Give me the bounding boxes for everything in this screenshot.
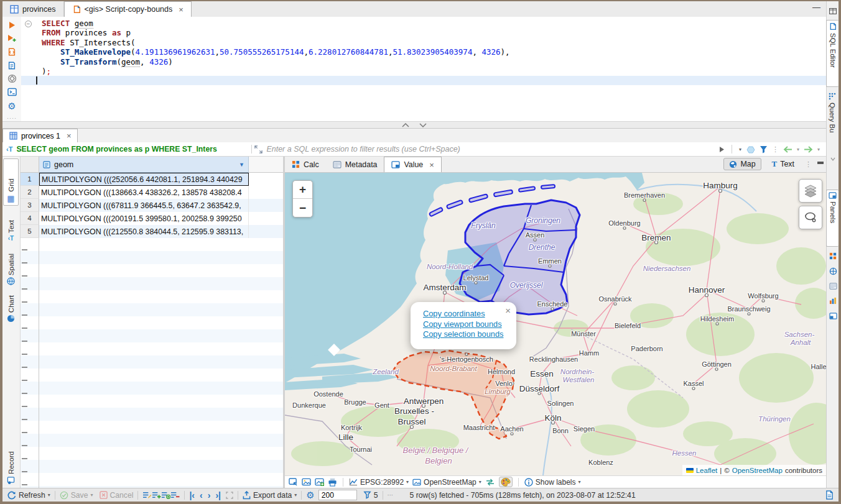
panel-dots-icon[interactable]: ⋮ xyxy=(805,160,812,168)
custom-filter-icon[interactable]: ‹T xyxy=(6,145,12,153)
zoom-in-button[interactable]: + xyxy=(293,181,312,199)
tab-record-view[interactable]: Record xyxy=(3,442,19,486)
tab-chart-view[interactable]: Chart xyxy=(3,290,19,324)
row-number[interactable]: 2 xyxy=(21,186,39,199)
leaflet-link[interactable]: Leaflet xyxy=(696,467,718,474)
expand-filter-icon[interactable] xyxy=(254,145,263,153)
tab-text-view[interactable]: Text ‹T xyxy=(3,208,19,244)
row-number[interactable]: 5 xyxy=(21,225,39,238)
filter-history-chevron-icon[interactable]: ▾ xyxy=(739,147,741,152)
panel-chevron-icon[interactable] xyxy=(828,154,838,164)
erase-filter-icon[interactable] xyxy=(746,145,755,153)
row-number[interactable]: 3 xyxy=(21,199,39,212)
tab-provinces-1[interactable]: provinces 1 × xyxy=(2,129,78,142)
delete-row-icon[interactable] xyxy=(170,491,180,499)
print-icon[interactable] xyxy=(328,478,337,487)
ai-assistant-icon[interactable] xyxy=(7,74,17,84)
popup-link[interactable]: Copy selection bounds xyxy=(423,329,503,340)
geom-column-header[interactable]: geom ▼ xyxy=(39,157,249,173)
lasso-select-control[interactable] xyxy=(799,206,822,229)
focus-row-icon[interactable] xyxy=(226,492,233,499)
execute-statement-icon[interactable] xyxy=(7,21,17,30)
edit-value-icon[interactable] xyxy=(142,491,152,499)
export-data-button[interactable]: Export data ▾ xyxy=(243,491,297,500)
geom-cell[interactable]: MULTIPOLYGON (((67811.9 366445.5, 63647.… xyxy=(39,199,249,212)
editor-results-splitter[interactable] xyxy=(2,121,826,129)
split-editor-icon[interactable] xyxy=(828,6,838,16)
collapse-up-icon[interactable] xyxy=(399,122,412,127)
fetch-segment-icon[interactable] xyxy=(363,491,371,499)
next-row-icon[interactable]: › xyxy=(208,492,211,499)
save-button[interactable]: Save ▾ xyxy=(60,491,93,500)
more-options-dots-icon[interactable]: ⋮ xyxy=(772,145,779,153)
close-icon[interactable]: × xyxy=(429,160,434,170)
leaflet-map[interactable]: HamburgBremerhavenOldenburgBremenNieders… xyxy=(285,173,826,475)
refresh-button[interactable]: Refresh ▾ xyxy=(7,491,50,500)
console-icon[interactable] xyxy=(7,88,17,98)
chart-panel-icon[interactable] xyxy=(828,296,838,306)
table-row[interactable]: 1 MULTIPOLYGON (((252056.6 442081.1, 251… xyxy=(21,173,283,186)
spatial-panel-icon[interactable] xyxy=(828,266,838,276)
history-forward-icon[interactable] xyxy=(804,146,813,153)
execute-new-tab-icon[interactable] xyxy=(7,34,17,44)
geom-cell[interactable]: MULTIPOLYGON (((200191.5 399580.1, 20025… xyxy=(39,212,249,225)
metadata-panel-icon[interactable] xyxy=(828,281,838,291)
apply-filter-icon[interactable] xyxy=(719,146,725,153)
fetch-settings-gear-icon[interactable]: ⚙ xyxy=(306,490,314,501)
table-row[interactable]: 4 MULTIPOLYGON (((200191.5 399580.1, 200… xyxy=(21,212,283,225)
calc-panel-icon[interactable] xyxy=(828,251,838,261)
add-row-icon[interactable] xyxy=(152,491,161,499)
tab-query-builder-panel[interactable]: Query Bu xyxy=(826,91,839,148)
collapse-down-icon[interactable] xyxy=(416,122,430,127)
text-view-button[interactable]: T Text xyxy=(767,158,799,170)
fetch-size-input[interactable] xyxy=(318,490,357,500)
show-labels-selector[interactable]: Show labels ▾ xyxy=(524,478,581,487)
filter-input[interactable]: Enter a SQL expression to filter results… xyxy=(266,145,719,153)
table-row[interactable]: 2 MULTIPOLYGON (((138663.4 438326.2, 138… xyxy=(21,186,283,199)
duplicate-row-icon[interactable] xyxy=(161,491,170,499)
code-fold-marker[interactable]: − xyxy=(25,21,32,27)
tab-gis-script[interactable]: <gis> Script-copy-bounds × xyxy=(64,1,192,17)
row-number-header[interactable] xyxy=(21,157,39,173)
value-panel-icon[interactable] xyxy=(828,311,838,321)
execute-script-icon[interactable] xyxy=(7,47,17,57)
crs-selector[interactable]: EPSG:28992 ▾ xyxy=(349,478,409,487)
minimize-panel-icon[interactable] xyxy=(817,162,824,167)
sort-descending-icon[interactable]: ▼ xyxy=(239,162,244,168)
explain-plan-icon[interactable] xyxy=(7,61,17,71)
tab-grid-view[interactable]: Grid ▦ xyxy=(3,158,19,206)
basemap-selector[interactable]: OpenStreetMap ▾ xyxy=(412,478,481,487)
table-row[interactable]: 3 MULTIPOLYGON (((67811.9 366445.5, 6364… xyxy=(21,199,283,212)
tab-provinces-table[interactable]: provinces xyxy=(2,1,64,17)
map-view-button[interactable]: Map xyxy=(723,158,761,170)
map-config-icon[interactable] xyxy=(289,478,298,486)
close-icon[interactable]: × xyxy=(179,5,184,14)
tab-calc[interactable]: Calc xyxy=(285,157,326,172)
cancel-button[interactable]: Cancel xyxy=(100,491,134,500)
close-icon[interactable]: × xyxy=(67,131,72,140)
color-scheme-button[interactable] xyxy=(499,477,513,487)
history-back-icon[interactable] xyxy=(783,146,792,153)
settings-gear-icon[interactable]: ⚙ xyxy=(7,101,17,111)
tab-sql-editor-panel[interactable]: SQL Editor xyxy=(826,20,839,87)
table-row[interactable]: 5 MULTIPOLYGON (((212550.8 384044.5, 212… xyxy=(21,225,283,238)
tab-spatial-view[interactable]: Spatial xyxy=(3,246,19,287)
first-row-icon[interactable]: |‹ xyxy=(189,492,195,499)
geom-cell[interactable]: MULTIPOLYGON (((138663.4 438326.2, 13857… xyxy=(39,186,249,199)
row-number[interactable]: 4 xyxy=(21,212,39,225)
copy-image-icon[interactable] xyxy=(315,478,324,486)
row-number[interactable]: 1 xyxy=(21,173,39,186)
transaction-log-icon[interactable] xyxy=(825,490,834,500)
save-image-icon[interactable] xyxy=(302,478,311,486)
filter-funnel-icon[interactable] xyxy=(760,145,768,153)
popup-link[interactable]: Copy coordinates xyxy=(423,309,503,319)
popup-link[interactable]: Copy viewport bounds xyxy=(423,319,503,330)
toolbar-overflow-dots[interactable]: ···· xyxy=(7,115,17,121)
osm-link[interactable]: OpenStreetMap xyxy=(732,467,783,474)
zoom-out-button[interactable]: − xyxy=(293,199,312,217)
last-row-icon[interactable]: ›| xyxy=(215,492,221,499)
close-icon[interactable]: × xyxy=(505,305,511,316)
sql-editor[interactable]: − SELECT geom FROM provinces as p WHERE … xyxy=(21,17,826,121)
result-grid[interactable]: geom ▼ 1 MULTIPOLYGON (((252056.6 442081… xyxy=(21,157,283,488)
swap-crs-icon[interactable] xyxy=(485,479,495,486)
